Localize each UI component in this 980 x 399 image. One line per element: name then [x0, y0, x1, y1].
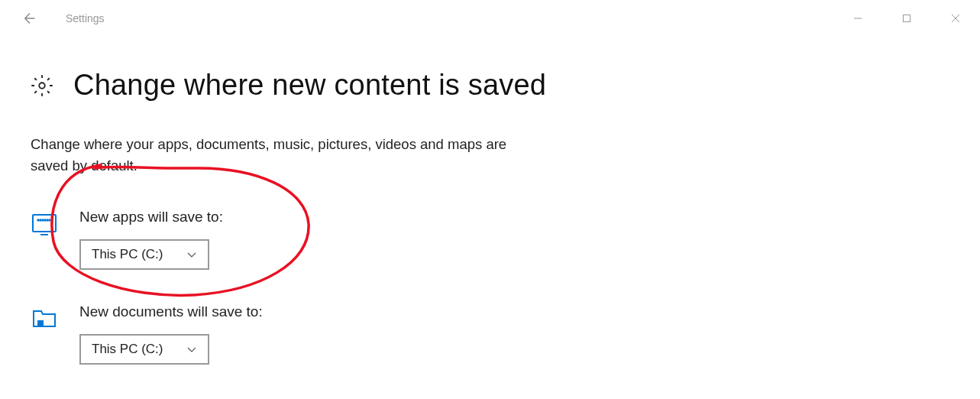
setting-apps: New apps will save to: This PC (C:)	[31, 209, 949, 270]
setting-apps-content: New apps will save to: This PC (C:)	[79, 209, 223, 270]
setting-documents-label: New documents will save to:	[79, 303, 263, 320]
svg-rect-1	[904, 15, 910, 22]
minimize-button[interactable]	[833, 0, 882, 37]
setting-apps-label: New apps will save to:	[79, 209, 223, 225]
svg-point-9	[44, 219, 46, 221]
maximize-button[interactable]	[882, 0, 931, 37]
svg-point-11	[49, 219, 50, 221]
back-button[interactable]	[21, 10, 38, 27]
close-button[interactable]	[931, 0, 980, 37]
page-header: Change where new content is saved	[31, 69, 949, 102]
setting-documents-content: New documents will save to: This PC (C:)	[79, 303, 263, 365]
titlebar: Settings	[0, 0, 980, 37]
svg-point-6	[37, 219, 39, 221]
dropdown-value: This PC (C:)	[92, 342, 163, 357]
content-area: Change where new content is saved Change…	[0, 37, 980, 399]
folder-icon	[31, 305, 58, 365]
svg-point-10	[47, 219, 48, 221]
window-controls	[833, 0, 980, 37]
svg-point-7	[40, 219, 41, 221]
apps-location-dropdown[interactable]: This PC (C:)	[79, 239, 209, 270]
svg-point-4	[39, 83, 45, 89]
documents-location-dropdown[interactable]: This PC (C:)	[79, 334, 209, 365]
dropdown-value: This PC (C:)	[92, 247, 163, 262]
chevron-down-icon	[186, 344, 197, 355]
svg-rect-13	[37, 320, 44, 326]
app-title: Settings	[66, 12, 105, 24]
titlebar-left: Settings	[21, 10, 105, 27]
svg-point-8	[42, 219, 44, 221]
gear-icon	[31, 74, 53, 97]
page-title: Change where new content is saved	[73, 69, 546, 102]
svg-rect-5	[33, 215, 56, 232]
page-description: Change where your apps, documents, music…	[31, 134, 519, 177]
monitor-icon	[31, 210, 58, 270]
setting-documents: New documents will save to: This PC (C:)	[31, 303, 949, 365]
chevron-down-icon	[186, 249, 197, 260]
